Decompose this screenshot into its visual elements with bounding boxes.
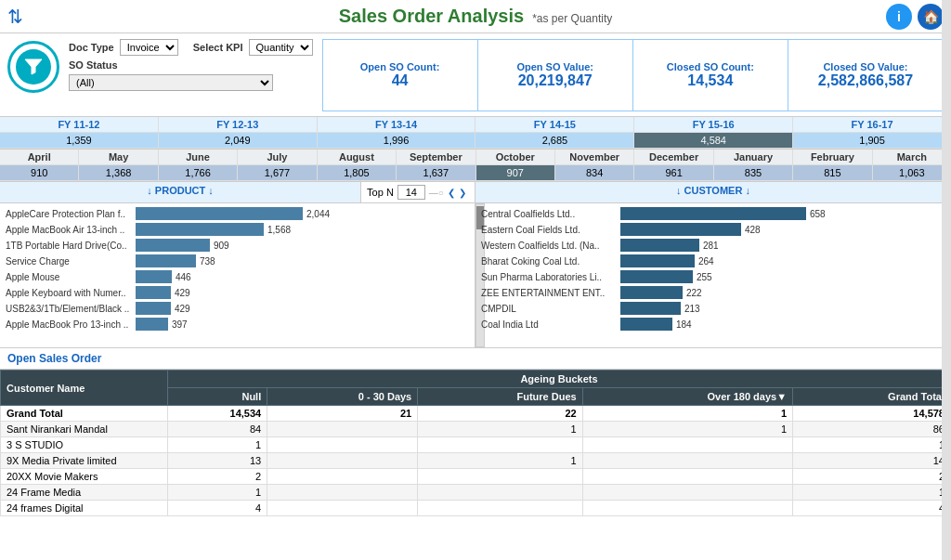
product-bar-row[interactable]: 1TB Portable Hard Drive(Co.. 909	[6, 239, 471, 252]
customer-bar	[620, 207, 806, 220]
td-days30	[267, 453, 418, 469]
customer-bar-row[interactable]: Central Coalfields Ltd.. 658	[481, 207, 947, 220]
td-null: 1	[168, 485, 267, 501]
topn-input[interactable]	[397, 185, 425, 200]
customer-bar-row[interactable]: Western Coalfields Ltd. (Na.. 281	[481, 239, 947, 252]
kpi-box-3: Closed SO Value:2,582,866,587	[788, 40, 943, 111]
kpi-select[interactable]: Quantity Value	[249, 39, 313, 56]
fy-value-2[interactable]: 1,996	[318, 133, 476, 148]
doc-type-select[interactable]: Invoice Quote PO	[120, 39, 178, 56]
td-null: 84	[168, 422, 267, 437]
kpi-label-2: Closed SO Count:	[667, 61, 754, 72]
month-value-2[interactable]: 1,766	[159, 165, 238, 180]
month-value-11[interactable]: 1,063	[873, 165, 951, 180]
td-total: 1	[793, 485, 951, 501]
topn-slider: —○	[429, 188, 444, 198]
fy-value-0[interactable]: 1,359	[0, 133, 159, 148]
product-bar-row[interactable]: Service Charge 738	[6, 254, 471, 267]
so-status-select[interactable]: (All) Open Closed	[69, 74, 273, 91]
product-bar-row[interactable]: USB2&3/1Tb/Element/Black .. 429	[6, 302, 471, 315]
month-value-0[interactable]: 910	[0, 165, 79, 180]
customer-bar-label: CMPDIL	[481, 304, 620, 314]
nav-arrows[interactable]: ⇅	[7, 6, 23, 28]
td-over180: 1	[582, 406, 792, 422]
td-null: 13	[168, 453, 267, 469]
table-row[interactable]: Grand Total 14,534 21 22 1 14,578	[1, 406, 951, 422]
customer-bar-label: Central Coalfields Ltd..	[481, 209, 620, 219]
info-button[interactable]: i	[886, 4, 912, 30]
product-bar	[136, 318, 168, 331]
month-value-5[interactable]: 1,637	[397, 165, 476, 180]
product-bar-row[interactable]: Apple MacBook Pro 13-inch .. 397	[6, 318, 471, 331]
month-value-3[interactable]: 1,677	[238, 165, 317, 180]
table-row[interactable]: 24 frames Digital 4 4	[1, 501, 951, 516]
fy-header-4: FY 15-16	[634, 117, 793, 132]
fy-value-5[interactable]: 1,905	[793, 133, 951, 148]
doc-type-row: Doc Type Invoice Quote PO Select KPI Qua…	[69, 39, 313, 56]
product-bar-row[interactable]: AppleCare Protection Plan f.. 2,044	[6, 207, 471, 220]
td-total: 2	[793, 469, 951, 485]
product-bar-value: 738	[200, 256, 215, 267]
topn-prev[interactable]: ❮	[448, 188, 455, 198]
month-value-10[interactable]: 815	[793, 165, 872, 180]
table-row[interactable]: 3 S STUDIO 1 1	[1, 437, 951, 453]
table-row[interactable]: 9X Media Private limited 13 1 14	[1, 453, 951, 469]
product-bar-label: USB2&3/1Tb/Element/Black ..	[6, 304, 136, 314]
customer-bar-container: 213	[620, 302, 947, 315]
kpi-box-0: Open SO Count:44	[323, 40, 478, 111]
month-value-6[interactable]: 907	[476, 165, 555, 180]
customer-bar-value: 213	[684, 304, 700, 314]
month-value-8[interactable]: 961	[634, 165, 713, 180]
fy-value-3[interactable]: 2,685	[476, 133, 634, 148]
customer-bar-label: ZEE ENTERTAINMENT ENT..	[481, 288, 620, 298]
customer-bar-value: 184	[676, 319, 692, 330]
header: ⇅ Sales Order Analysis *as per Quantity …	[0, 0, 951, 33]
home-button[interactable]: 🏠	[918, 4, 944, 30]
customer-bar	[620, 254, 695, 267]
kpi-label: Select KPI	[193, 42, 243, 53]
customer-bar-row[interactable]: Coal India Ltd 184	[481, 318, 947, 331]
td-total: 4	[793, 501, 951, 516]
product-bar-value: 429	[175, 288, 190, 298]
product-bar-label: Apple MacBook Pro 13-inch ..	[6, 319, 136, 330]
fy-value-row: 1,3592,0491,9962,6854,5841,905	[0, 133, 951, 149]
kpi-value-3: 2,582,866,587	[818, 72, 913, 89]
customer-scrollbar[interactable]	[942, 0, 951, 560]
td-future	[418, 469, 582, 485]
product-bar-row[interactable]: Apple Keyboard with Numer.. 429	[6, 286, 471, 299]
customer-bar-container: 428	[620, 223, 947, 236]
month-value-7[interactable]: 834	[555, 165, 634, 180]
product-bar-value: 1,568	[267, 225, 291, 235]
td-total: 1	[793, 437, 951, 453]
fy-value-4[interactable]: 4,584	[634, 133, 793, 148]
product-bar-container: 909	[136, 239, 471, 252]
table-row[interactable]: Sant Nirankari Mandal 84 1 1 86	[1, 422, 951, 437]
customer-bar-container: 222	[620, 286, 947, 299]
customer-bar	[620, 223, 741, 236]
customer-bar-row[interactable]: Sun Pharma Laboratories Li.. 255	[481, 270, 947, 283]
customer-bar-row[interactable]: Eastern Coal Fields Ltd. 428	[481, 223, 947, 236]
product-bar-value: 909	[214, 241, 229, 251]
product-bar-row[interactable]: Apple Mouse 446	[6, 270, 471, 283]
month-header-11: March	[873, 150, 951, 164]
month-value-4[interactable]: 1,805	[318, 165, 397, 180]
customer-bar	[620, 318, 672, 331]
month-value-1[interactable]: 1,368	[79, 165, 158, 180]
so-status-label: SO Status	[69, 59, 118, 71]
product-bar-row[interactable]: Apple MacBook Air 13-inch .. 1,568	[6, 223, 471, 236]
product-bar-label: Apple Keyboard with Numer..	[6, 288, 136, 298]
fy-value-1[interactable]: 2,049	[159, 133, 318, 148]
td-null: 14,534	[168, 406, 267, 422]
table-row[interactable]: 20XX Movie Makers 2 2	[1, 469, 951, 485]
table-row[interactable]: 24 Frame Media 1 1	[1, 485, 951, 501]
header-icons: i 🏠	[886, 4, 944, 30]
topn-next[interactable]: ❯	[459, 188, 466, 198]
customer-bar-row[interactable]: Bharat Coking Coal Ltd. 264	[481, 254, 947, 267]
doc-type-label: Doc Type	[69, 42, 114, 53]
customer-bar-row[interactable]: CMPDIL 213	[481, 302, 947, 315]
month-value-9[interactable]: 835	[714, 165, 793, 180]
controls-bar: Doc Type Invoice Quote PO Select KPI Qua…	[0, 33, 951, 117]
customer-bar-row[interactable]: ZEE ENTERTAINMENT ENT.. 222	[481, 286, 947, 299]
product-bar	[136, 239, 210, 252]
month-header-2: June	[159, 150, 238, 164]
